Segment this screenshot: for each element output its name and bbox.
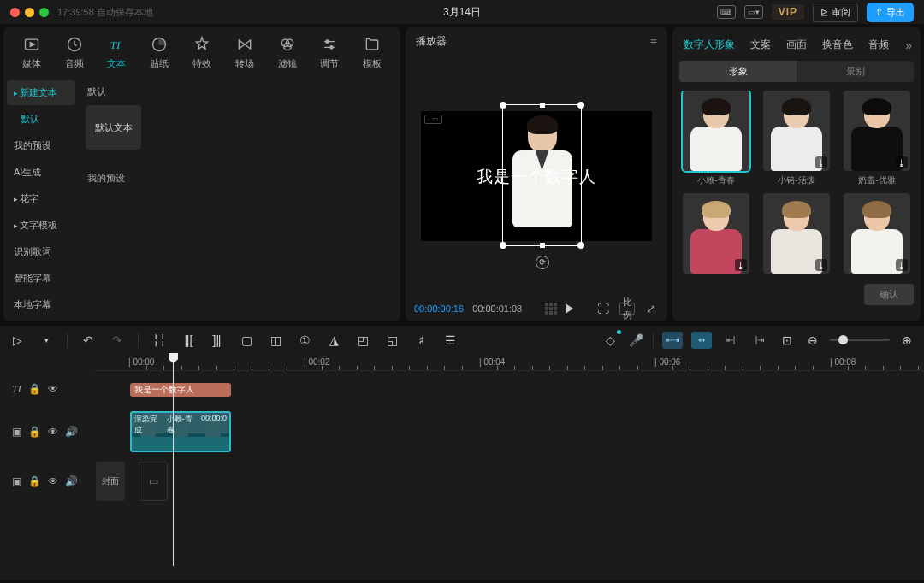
magnet-icon[interactable]: ◇ xyxy=(601,332,619,349)
visibility-icon[interactable]: 👁 xyxy=(48,426,58,438)
sidebar-item[interactable]: 识别歌词 xyxy=(7,239,75,264)
layout-icon[interactable]: ▭▾ xyxy=(744,5,763,19)
resize-handle-bc[interactable] xyxy=(540,243,545,248)
split-icon[interactable]: ╎╎ xyxy=(151,332,168,349)
tool-tab-adjust[interactable]: 调节 xyxy=(308,32,351,77)
right-tab[interactable]: 文案 xyxy=(744,36,777,54)
lock-icon[interactable]: 🔒 xyxy=(28,426,41,438)
confirm-button[interactable]: 确认 xyxy=(864,284,914,305)
snap-align-2-icon[interactable]: ⇹ xyxy=(691,332,712,349)
cut-left-icon[interactable]: ‖[ xyxy=(180,332,197,349)
auto-caption-icon[interactable]: ☰ xyxy=(441,332,459,349)
sidebar-item[interactable]: ▸新建文本 xyxy=(7,80,75,105)
video-clip[interactable]: 渲染完成 小赖-青春 00:00:0 xyxy=(130,411,231,452)
fx-icon xyxy=(193,36,210,55)
sidebar-item[interactable]: 我的预设 xyxy=(7,133,75,158)
freeze-frame-icon[interactable]: ① xyxy=(296,332,313,349)
zoom-out-icon[interactable]: ⊖ xyxy=(804,332,821,349)
player-menu-icon[interactable]: ≡ xyxy=(650,35,657,49)
rotate-handle-icon[interactable]: ⟳ xyxy=(536,256,549,269)
right-tab[interactable]: 画面 xyxy=(780,36,813,54)
resize-handle-bl[interactable] xyxy=(500,242,506,249)
snap-align-3-icon[interactable]: ⇤| xyxy=(720,332,741,349)
resize-handle-tl[interactable] xyxy=(500,102,506,109)
close-window-icon[interactable] xyxy=(10,8,20,17)
right-tab[interactable]: 音频 xyxy=(862,36,895,54)
segment-option[interactable]: 景别 xyxy=(797,61,914,82)
crop-tool-icon[interactable]: ♯ xyxy=(412,332,429,349)
sidebar-item[interactable]: ▸花字 xyxy=(7,186,75,211)
segment-option[interactable]: 形象 xyxy=(679,61,797,82)
mute-icon[interactable]: 🔊 xyxy=(65,426,78,438)
tool-tab-fx[interactable]: 特效 xyxy=(181,32,223,77)
tool-tab-sticker[interactable]: 贴纸 xyxy=(138,32,181,77)
preview-icon[interactable]: ⊡ xyxy=(779,332,796,349)
tool-tab-media[interactable]: 媒体 xyxy=(10,32,53,77)
cover-cell[interactable]: 封面 xyxy=(96,462,125,501)
lock-icon[interactable]: 🔒 xyxy=(28,475,41,487)
tool-tab-template[interactable]: 模板 xyxy=(351,32,394,77)
ripple-delete-icon[interactable]: ◫ xyxy=(267,332,284,349)
review-button[interactable]: ⊵ 审阅 xyxy=(813,3,858,22)
resize-handle-tr[interactable] xyxy=(578,102,584,109)
redo-icon[interactable]: ↷ xyxy=(109,332,126,349)
add-frame-icon[interactable]: ▭ xyxy=(139,462,168,501)
export-button[interactable]: ⇧ 导出 xyxy=(867,3,914,22)
right-tab[interactable]: 数字人形象 xyxy=(678,36,741,54)
selection-box[interactable]: ⟳ xyxy=(502,104,582,246)
thumbnail-grid-icon[interactable] xyxy=(545,303,557,315)
vip-badge[interactable]: VIP xyxy=(772,4,804,20)
right-tab[interactable]: 换音色 xyxy=(816,36,859,54)
tool-tab-filter[interactable]: 滤镜 xyxy=(266,32,309,77)
fullscreen-icon[interactable]: ⤢ xyxy=(643,303,659,315)
mirror-icon[interactable]: ◰ xyxy=(354,332,371,349)
zoom-slider[interactable] xyxy=(830,339,890,341)
avatar-option[interactable]: ⭳ xyxy=(840,193,914,277)
sidebar-item[interactable]: 默认 xyxy=(7,107,75,132)
player-stage[interactable]: ◦ ▭ 我是一个数字人 ⟳ xyxy=(406,56,667,296)
cut-right-icon[interactable]: ]‖ xyxy=(209,332,226,349)
text-clip[interactable]: 我是一个数字人 xyxy=(130,383,231,397)
avatar-option[interactable]: ⭳ xyxy=(679,193,753,277)
lock-icon[interactable]: 🔒 xyxy=(28,383,41,395)
maximize-window-icon[interactable] xyxy=(39,8,49,17)
playhead-handle-icon[interactable] xyxy=(169,353,178,363)
snap-align-4-icon[interactable]: |⇥ xyxy=(749,332,770,349)
minimize-window-icon[interactable] xyxy=(25,8,34,17)
sidebar-item[interactable]: 智能字幕 xyxy=(7,266,75,291)
resize-handle-tc[interactable] xyxy=(540,103,545,108)
more-tabs-icon[interactable]: » xyxy=(902,38,915,52)
pointer-dropdown-icon[interactable]: ▾ xyxy=(38,332,55,349)
mic-icon[interactable]: 🎤 xyxy=(627,332,644,349)
visibility-icon[interactable]: 👁 xyxy=(48,475,58,487)
time-ruler[interactable]: | 00:00| 00:02| 00:04| 00:06| 00:08 xyxy=(94,354,924,371)
tool-tab-text[interactable]: TI文本 xyxy=(96,32,139,77)
crop-icon[interactable]: ⛶ xyxy=(595,303,611,315)
avatar-option[interactable]: 小赖-青春 xyxy=(679,91,753,186)
resize-handle-br[interactable] xyxy=(578,242,584,249)
speed-icon[interactable]: ◮ xyxy=(325,332,342,349)
keyboard-shortcuts-icon[interactable]: ⌨ xyxy=(717,5,736,19)
snap-align-1-icon[interactable]: ⇤⇥ xyxy=(662,332,683,349)
rotate-icon[interactable]: ◱ xyxy=(383,332,400,349)
zoom-in-icon[interactable]: ⊕ xyxy=(898,332,915,349)
sidebar-item[interactable]: ▸文字模板 xyxy=(7,213,75,238)
undo-icon[interactable]: ↶ xyxy=(80,332,97,349)
sidebar-item[interactable]: AI生成 xyxy=(7,160,75,185)
avatar-option[interactable]: ⭳ 奶盖-优雅 xyxy=(840,91,914,186)
avatar-option[interactable]: ⭳ xyxy=(760,193,833,277)
tool-tab-transition[interactable]: 转场 xyxy=(223,32,266,77)
tool-tab-audio[interactable]: 音频 xyxy=(53,32,96,77)
sidebar-item[interactable]: 本地字幕 xyxy=(7,292,75,317)
avatar-option[interactable]: ⭳ 小铭-活泼 xyxy=(760,91,833,186)
play-button[interactable] xyxy=(566,303,573,314)
avatar-thumb: ⭳ xyxy=(763,193,830,274)
default-text-card[interactable]: 默认文本 xyxy=(86,105,141,150)
visibility-icon[interactable]: 👁 xyxy=(48,383,58,395)
pointer-tool-icon[interactable]: ▷ xyxy=(9,332,26,349)
canvas[interactable]: ◦ ▭ 我是一个数字人 ⟳ xyxy=(421,111,652,241)
ratio-button[interactable]: 比例 xyxy=(619,303,635,315)
playhead[interactable] xyxy=(173,354,174,566)
delete-icon[interactable]: ▢ xyxy=(238,332,255,349)
mute-icon[interactable]: 🔊 xyxy=(65,475,78,487)
